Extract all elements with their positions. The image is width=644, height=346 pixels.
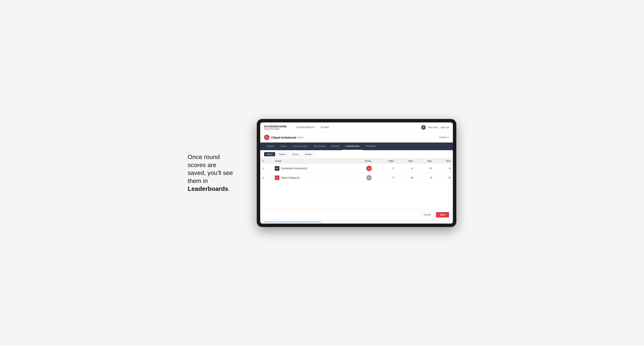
footer-actions: Cancel Save <box>260 209 453 220</box>
col-rd3: RD3 <box>434 159 453 164</box>
col-team: TEAM <box>272 159 350 164</box>
leaderboard-table-container: # TEAM TOTAL THRU RD1 RD2 RD3 1 <box>260 159 453 182</box>
filter-teams[interactable]: Teams <box>264 152 275 156</box>
col-total: TOTAL <box>350 159 374 164</box>
table-row: 2 C Clippd College [A] +3 F <box>260 173 453 182</box>
nav-teams[interactable]: TEAMS <box>318 123 332 132</box>
desc-line5-suffix: . <box>228 185 230 192</box>
col-rd2: RD2 <box>415 159 434 164</box>
tournament-icon: C <box>264 135 270 140</box>
tab-details[interactable]: Details <box>264 143 277 150</box>
rd2-2: -8 <box>415 173 434 182</box>
save-button[interactable]: Save <box>436 212 449 217</box>
col-rd1: RD1 <box>396 159 415 164</box>
tournament-header: C Clippd Invitational (Men) Cancel ✕ <box>260 132 453 143</box>
rd1-1: -4 <box>396 164 415 173</box>
thru-2: F <box>374 173 396 182</box>
desc-line5-bold: Leaderboards <box>188 185 228 192</box>
tab-teams[interactable]: Teams <box>277 143 290 150</box>
filter-strokes[interactable]: Strokes <box>302 152 314 156</box>
thru-1: F <box>374 164 396 173</box>
desc-line2: scores are <box>188 162 216 169</box>
rd1-2: +8 <box>396 173 415 182</box>
url-bar: https://stage-blue-coach.stagescoreboard… <box>260 220 453 224</box>
rd3-2: +3 <box>434 173 453 182</box>
sign-out-link[interactable]: Sign out <box>440 126 449 129</box>
col-thru: THRU <box>374 159 396 164</box>
sub-navigation: Details Teams Course Setup Tee Groups Re… <box>260 143 453 150</box>
total-1: -5 <box>350 164 374 173</box>
tablet-screen: SCOREBOARD Powered by clippd TOURNAMENTS… <box>260 122 453 224</box>
rd2-1: +5 <box>415 164 434 173</box>
nav-links: TOURNAMENTS TEAMS <box>292 122 332 132</box>
desc-line3: saved, you'll see <box>188 169 233 176</box>
col-rank: # <box>260 159 272 164</box>
table-row: 1 SU Scoreboard University [A] -5 F <box>260 164 453 173</box>
nav-tournaments[interactable]: TOURNAMENTS <box>292 123 318 132</box>
filter-scores[interactable]: Scores <box>290 152 301 156</box>
score-badge-1: -5 <box>366 166 372 171</box>
desc-line1: Once round <box>188 154 220 160</box>
tab-printables[interactable]: Printables <box>363 143 379 150</box>
user-avatar: S <box>421 125 426 130</box>
team-name-1: Scoreboard University [A] <box>281 167 307 170</box>
team-logo-2: C <box>275 175 280 180</box>
table-header-row: # TEAM TOTAL THRU RD1 RD2 RD3 <box>260 159 453 164</box>
team-cell-1: SU Scoreboard University [A] <box>272 164 350 173</box>
score-badge-2: +3 <box>366 175 372 180</box>
logo-area: SCOREBOARD Powered by clippd <box>264 125 287 130</box>
team-cell-2: C Clippd College [A] <box>272 173 350 182</box>
team-logo-1: SU <box>275 166 280 171</box>
logo-title: SCOREBOARD <box>264 125 287 128</box>
nav-right: S Test User | Sign out <box>421 125 449 130</box>
logo-subtitle: Powered by clippd <box>264 128 287 130</box>
tab-tee-groups[interactable]: Tee Groups <box>310 143 328 150</box>
total-2: +3 <box>350 173 374 182</box>
tab-course-setup[interactable]: Course Setup <box>290 143 310 150</box>
tab-results[interactable]: Results <box>328 143 342 150</box>
leaderboard-table: # TEAM TOTAL THRU RD1 RD2 RD3 1 <box>260 159 453 182</box>
rd3-1: -6 <box>434 164 453 173</box>
team-name-2: Clippd College [A] <box>281 176 299 179</box>
filter-bar: Teams Players Scores Strokes <box>260 150 453 159</box>
top-navigation: SCOREBOARD Powered by clippd TOURNAMENTS… <box>260 122 453 132</box>
user-name: Test User | <box>428 126 439 129</box>
cancel-button-footer[interactable]: Cancel <box>420 212 434 218</box>
tournament-gender: (Men) <box>298 136 304 139</box>
tournament-name: Clippd Invitational <box>271 136 296 139</box>
content-spacer <box>260 182 453 209</box>
rank-1: 1 <box>260 164 272 173</box>
desc-line4: them in <box>188 177 208 184</box>
left-description: Once round scores are saved, you'll see … <box>188 153 245 193</box>
filter-players[interactable]: Players <box>276 152 288 156</box>
tablet-device: SCOREBOARD Powered by clippd TOURNAMENTS… <box>257 119 456 227</box>
rank-2: 2 <box>260 173 272 182</box>
cancel-button-top[interactable]: Cancel ✕ <box>439 136 449 139</box>
tab-leaderboards[interactable]: Leaderboards <box>342 143 362 150</box>
